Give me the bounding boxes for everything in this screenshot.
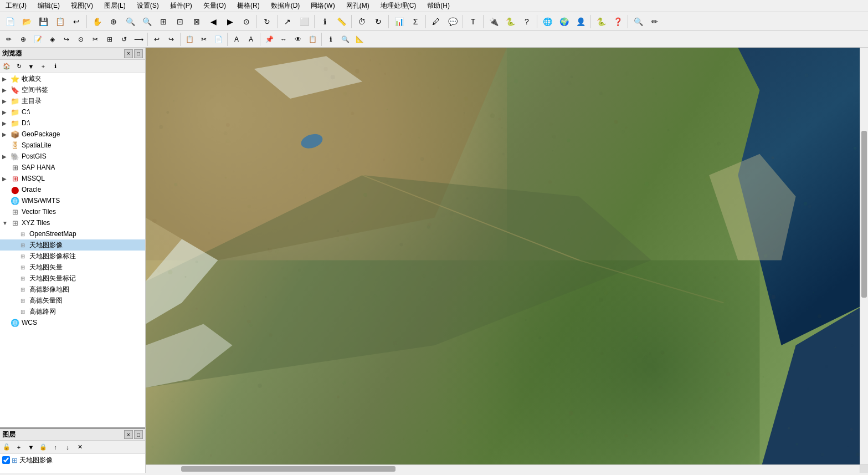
menu-edit[interactable]: 编辑(E): [34, 0, 63, 12]
add-layer-btn[interactable]: +: [13, 442, 24, 453]
tree-item-vector-tiles[interactable]: ⊞ Vector Tiles: [0, 206, 145, 217]
tree-item-xyz[interactable]: ▼ ⊞ XYZ Tiles: [0, 217, 145, 228]
capture-btn[interactable]: ⊕: [17, 33, 30, 46]
tree-item-gaode-vector[interactable]: ⊞ 高德矢量图: [0, 295, 145, 306]
pan-button[interactable]: ✋: [89, 14, 105, 29]
menu-layer[interactable]: 图层(L): [101, 0, 129, 12]
tree-item-sap-hana[interactable]: ⊞ SAP HANA: [0, 162, 145, 173]
text-button[interactable]: T: [465, 14, 481, 29]
sum-button[interactable]: Σ: [408, 14, 423, 29]
remove-layer-btn[interactable]: ✕: [74, 442, 85, 453]
browser-close-btn[interactable]: ×: [124, 49, 133, 58]
menu-mesh[interactable]: 网孔(M): [343, 0, 373, 12]
temporal-button[interactable]: ⏱: [354, 14, 369, 29]
map-area[interactable]: [146, 48, 868, 473]
menu-settings[interactable]: 设置(S): [133, 0, 162, 12]
tree-item-bookmarks[interactable]: ▶ 🔖 空间书签: [0, 84, 145, 95]
reshape-btn[interactable]: ↪: [60, 33, 73, 46]
measure-button[interactable]: 📏: [333, 14, 349, 29]
refresh-button[interactable]: ↻: [259, 14, 275, 29]
copy-btn[interactable]: 📄: [212, 33, 225, 46]
filter-layer-btn[interactable]: ▼: [25, 442, 37, 453]
menu-view[interactable]: 视图(V): [68, 0, 96, 12]
identify-f-btn[interactable]: ℹ: [324, 33, 337, 46]
fill-ring-btn[interactable]: ⊙: [74, 33, 88, 46]
layers-close-btn[interactable]: ×: [124, 430, 133, 439]
horizontal-scroll-thumb[interactable]: [181, 466, 396, 472]
zoom-extent-button[interactable]: ⊞: [156, 14, 171, 29]
zoom-in-button[interactable]: 🔍: [122, 14, 138, 29]
globe2-button[interactable]: 🌍: [556, 14, 572, 29]
layers-float-btn[interactable]: □: [134, 430, 143, 439]
menu-plugins[interactable]: 插件(P): [167, 0, 196, 12]
open-layer-btn[interactable]: 🔓: [1, 442, 12, 453]
rotate-btn[interactable]: ↺: [117, 33, 131, 46]
vertical-scrollbar[interactable]: [860, 48, 868, 464]
browser-refresh-btn[interactable]: ↻: [13, 61, 24, 72]
edit-btn[interactable]: 📝: [31, 33, 44, 46]
tree-item-wms[interactable]: 🌐 WMS/WMTS: [0, 195, 145, 206]
zoom-selection-button[interactable]: ⊠: [189, 14, 204, 29]
tree-item-d[interactable]: ▶ 📁 D:\: [0, 118, 145, 129]
help2-button[interactable]: ❓: [610, 14, 625, 29]
redo-btn[interactable]: ↪: [165, 33, 178, 46]
zoom-layer-button[interactable]: ⊡: [172, 14, 188, 29]
identify-button[interactable]: ℹ: [317, 14, 332, 29]
split-btn[interactable]: ✂: [89, 33, 102, 46]
tree-item-td-vector[interactable]: ⊞ 天地图矢量: [0, 262, 145, 273]
tree-item-favorites[interactable]: ▶ ⭐ 收藏夹: [0, 73, 145, 84]
browser-info-btn[interactable]: ℹ: [50, 61, 61, 72]
zoom-next-button[interactable]: ▶: [222, 14, 238, 29]
tree-item-osm[interactable]: ⊞ OpenStreetMap: [0, 228, 145, 239]
tree-item-gaode-road[interactable]: ⊞ 高德路网: [0, 306, 145, 317]
zoom-last-button[interactable]: ◀: [206, 14, 221, 29]
python-button[interactable]: 🐍: [502, 14, 518, 29]
help-button[interactable]: ?: [519, 14, 535, 29]
statistical-button[interactable]: 📊: [391, 14, 407, 29]
canvas-label-btn[interactable]: 📋: [306, 33, 319, 46]
menu-vector[interactable]: 矢量(O): [200, 0, 229, 12]
open-project-button[interactable]: 📂: [19, 14, 34, 29]
menu-project[interactable]: 工程(J): [2, 0, 30, 12]
menu-help[interactable]: 帮助(H): [424, 0, 453, 12]
digitize-btn[interactable]: ✏: [2, 33, 16, 46]
tree-item-td-imagery[interactable]: ⊞ 天地图影像: [0, 239, 145, 251]
identify-f2-btn[interactable]: 🔍: [338, 33, 352, 46]
browser-home-btn[interactable]: 🏠: [1, 61, 12, 72]
tree-item-geopackage[interactable]: ▶ 📦 GeoPackage: [0, 129, 145, 140]
satellite-map-canvas[interactable]: [146, 48, 868, 473]
tree-item-spatialite[interactable]: 🗄 SpatiaLite: [0, 140, 145, 151]
menu-database[interactable]: 数据库(D): [268, 0, 304, 12]
paste-btn[interactable]: 📋: [183, 33, 196, 46]
new-project-button[interactable]: 📄: [2, 14, 18, 29]
pan-map-button[interactable]: ⊕: [106, 14, 121, 29]
move-down-btn[interactable]: ↓: [62, 442, 73, 453]
python2-button[interactable]: 🐍: [593, 14, 609, 29]
layer-visibility-0[interactable]: [2, 456, 10, 464]
node-btn[interactable]: ◈: [45, 33, 59, 46]
tree-item-home[interactable]: ▶ 📁 主目录: [0, 95, 145, 106]
layer-item-0[interactable]: ⊞ 天地图影像: [0, 454, 145, 466]
move-up-btn[interactable]: ↑: [50, 442, 61, 453]
merge-btn[interactable]: ⊞: [103, 33, 116, 46]
browser-add-btn[interactable]: +: [38, 61, 49, 72]
undo-btn[interactable]: ↩: [150, 33, 163, 46]
menu-raster[interactable]: 栅格(R): [234, 0, 263, 12]
offset-btn[interactable]: ⟶: [132, 33, 145, 46]
save-project-button[interactable]: 💾: [35, 14, 51, 29]
browser-float-btn[interactable]: □: [134, 49, 143, 58]
zoom-out-button[interactable]: 🔍: [139, 14, 155, 29]
tree-item-c[interactable]: ▶ 📁 C:\: [0, 106, 145, 118]
tree-item-postgis[interactable]: ▶ 🐘 PostGIS: [0, 151, 145, 162]
measure-f-btn[interactable]: 📐: [353, 33, 366, 46]
show-labels-btn[interactable]: 👁: [291, 33, 305, 46]
move-label-btn[interactable]: ↔: [277, 33, 290, 46]
save-as-button[interactable]: 📋: [52, 14, 68, 29]
cut-btn[interactable]: ✂: [197, 33, 210, 46]
tree-item-td-imagery-label[interactable]: ⊞ 天地图影像标注: [0, 251, 145, 262]
zoom-native-button[interactable]: ⊙: [239, 14, 254, 29]
edit2-button[interactable]: ✏: [647, 14, 662, 29]
user-button[interactable]: 👤: [573, 14, 588, 29]
deselect-button[interactable]: ↻: [371, 14, 386, 29]
annotations-button[interactable]: 🖊: [428, 14, 444, 29]
